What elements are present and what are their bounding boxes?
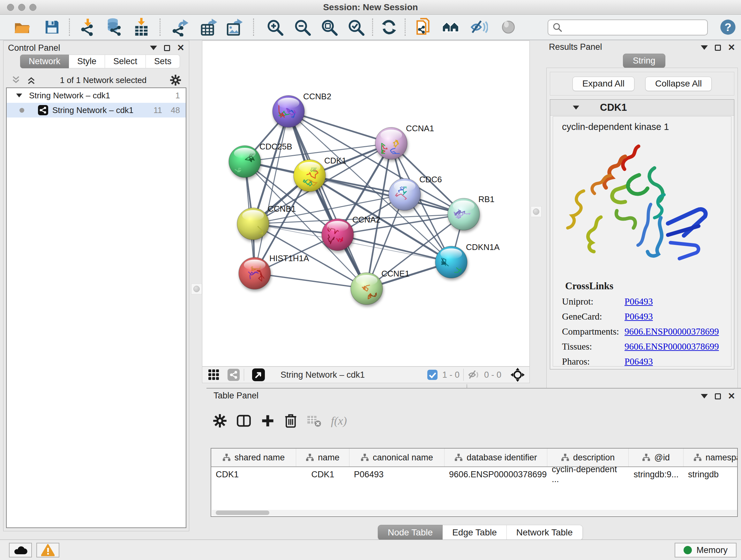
crosslink-row: Compartments:9606.ENSP00000378699 — [562, 326, 731, 337]
tab-string[interactable]: String — [623, 54, 665, 68]
network-from-selection-button[interactable] — [415, 18, 433, 37]
network-edge[interactable] — [255, 273, 367, 289]
column-header-id[interactable]: @id — [629, 449, 684, 466]
tab-style[interactable]: Style — [69, 55, 105, 68]
expand-all-button[interactable]: Expand All — [572, 77, 634, 91]
scrollbar-thumb[interactable] — [216, 510, 269, 515]
hide-unhide-button[interactable] — [470, 18, 488, 37]
float-panel-icon[interactable] — [701, 394, 708, 398]
create-column-plus-icon[interactable] — [261, 414, 275, 428]
network-share-view-icon[interactable] — [227, 368, 240, 381]
table-cell: CDK1 — [296, 467, 349, 482]
tab-node-table[interactable]: Node Table — [378, 525, 443, 540]
column-header-canonical-name[interactable]: canonical name — [349, 449, 445, 466]
node-label: CDKN1A — [466, 242, 500, 252]
cloud-status-button[interactable] — [9, 543, 32, 557]
toolbar-search[interactable] — [548, 19, 708, 36]
hidden-eye-icon[interactable] — [468, 369, 480, 381]
export-network-button[interactable] — [171, 18, 190, 37]
close-panel-icon[interactable]: ✕ — [728, 43, 735, 52]
expand-all-chevron-icon[interactable] — [26, 75, 37, 85]
column-header-database-identifier[interactable]: database identifier — [445, 449, 547, 466]
show-hide-annotations-button[interactable] — [442, 18, 460, 37]
table-panel-title: Table Panel — [213, 391, 259, 401]
zoom-selected-button[interactable] — [347, 18, 365, 37]
delete-column-trash-icon[interactable] — [284, 414, 297, 428]
network-node-CDC25B[interactable]: CDC25B — [229, 142, 292, 178]
left-splitter-handle[interactable] — [191, 284, 202, 294]
network-node-CCNE1[interactable]: CCNE1 — [351, 269, 409, 305]
column-header-description[interactable]: description — [547, 449, 629, 466]
tab-edge-table[interactable]: Edge Table — [443, 525, 507, 540]
crosslink-link[interactable]: 9606.ENSP00000378699 — [624, 341, 719, 352]
open-session-button[interactable] — [13, 18, 31, 37]
crosslink-link[interactable]: P06493 — [624, 356, 653, 367]
maximize-panel-icon[interactable] — [715, 393, 721, 399]
table-row[interactable]: CDK1CDK1P064939606.ENSP00000378699cyclin… — [211, 467, 737, 482]
horizontal-scrollbar[interactable] — [212, 510, 738, 516]
network-edge[interactable] — [338, 235, 451, 262]
zoom-in-button[interactable] — [266, 18, 284, 37]
warnings-button[interactable] — [37, 543, 59, 557]
crosslink-label: Uniprot: — [562, 296, 624, 307]
save-session-button[interactable] — [43, 18, 61, 37]
export-image-button[interactable] — [225, 18, 244, 37]
zoom-window-button[interactable] — [29, 4, 37, 11]
memory-button[interactable]: Memory — [675, 543, 737, 557]
crosslink-link[interactable]: P06493 — [624, 296, 653, 307]
fit-content-crosshair-icon[interactable] — [510, 368, 525, 382]
section-expander-icon[interactable] — [573, 105, 579, 110]
right-splitter-handle[interactable] — [531, 206, 542, 217]
minimize-window-button[interactable] — [18, 4, 25, 11]
network-node-RB1[interactable]: RB1 — [448, 194, 495, 230]
column-header-shared-name[interactable]: shared name — [211, 449, 296, 466]
selected-checkbox-icon[interactable] — [427, 369, 438, 380]
import-network-from-database-button[interactable] — [105, 18, 123, 37]
network-row[interactable]: String Network – cdk1 11 48 — [7, 103, 186, 118]
network-node-CDKN1A[interactable]: CDKN1A — [435, 242, 500, 278]
import-table-from-file-button[interactable] — [132, 18, 151, 37]
grid-view-icon[interactable] — [207, 368, 220, 381]
string-results-container: Expand All Collapse All CDK1 cyclin-depe… — [546, 68, 738, 401]
tab-sets[interactable]: Sets — [146, 55, 180, 68]
crosslink-link[interactable]: P06493 — [624, 311, 653, 322]
search-input[interactable] — [565, 23, 703, 33]
zoom-fit-button[interactable] — [320, 18, 338, 37]
collapse-all-button[interactable]: Collapse All — [645, 77, 712, 91]
help-button[interactable]: ? — [719, 18, 737, 37]
zoom-out-button[interactable] — [293, 18, 312, 37]
column-type-tree-icon — [306, 453, 314, 462]
collapse-all-chevron-icon[interactable] — [10, 75, 21, 85]
column-header-name[interactable]: name — [296, 449, 349, 466]
network-node-CCNA2[interactable]: CCNA2 — [322, 215, 381, 251]
close-panel-icon[interactable]: ✕ — [728, 392, 735, 401]
import-network-from-file-button[interactable] — [78, 18, 97, 37]
close-panel-icon[interactable]: ✕ — [177, 44, 185, 52]
network-collection-row[interactable]: String Network – cdk1 1 — [7, 88, 186, 103]
delete-table-icon[interactable] — [307, 415, 321, 427]
maximize-panel-icon[interactable] — [164, 45, 170, 51]
tab-select[interactable]: Select — [105, 55, 146, 68]
column-header-namespace[interactable]: namespace — [684, 449, 738, 466]
float-panel-icon[interactable] — [701, 45, 708, 50]
function-builder-button[interactable]: f(x) — [331, 414, 347, 428]
birdseye-view-icon[interactable] — [252, 368, 265, 381]
network-graph[interactable]: CCNB2CCNA1CDC25BCDK1CDC6RB1CCNB1CCNA2CDK… — [202, 41, 529, 366]
crosslink-link[interactable]: 9606.ENSP00000378699 — [624, 326, 719, 337]
tab-network-table[interactable]: Network Table — [507, 525, 583, 540]
maximize-panel-icon[interactable] — [715, 45, 721, 51]
close-window-button[interactable] — [7, 4, 14, 11]
network-node-CCNA1[interactable]: CCNA1 — [375, 124, 434, 159]
network-options-gear-icon[interactable] — [170, 74, 181, 86]
table-options-gear-icon[interactable] — [213, 414, 227, 428]
show-column-icon[interactable] — [237, 414, 251, 428]
float-panel-icon[interactable] — [150, 46, 157, 50]
gene-section-header[interactable]: CDK1 — [550, 100, 734, 116]
network-canvas[interactable]: CCNB2CCNA1CDC25BCDK1CDC6RB1CCNB1CCNA2CDK… — [202, 41, 530, 367]
network-node-HIST1H1A[interactable]: HIST1H1A — [239, 253, 309, 289]
refresh-button[interactable] — [380, 18, 398, 37]
toggle-graphics-details-button[interactable] — [499, 18, 518, 37]
tab-network[interactable]: Network — [20, 55, 69, 68]
export-table-button[interactable] — [200, 18, 218, 37]
collection-expander-icon[interactable] — [16, 94, 22, 98]
